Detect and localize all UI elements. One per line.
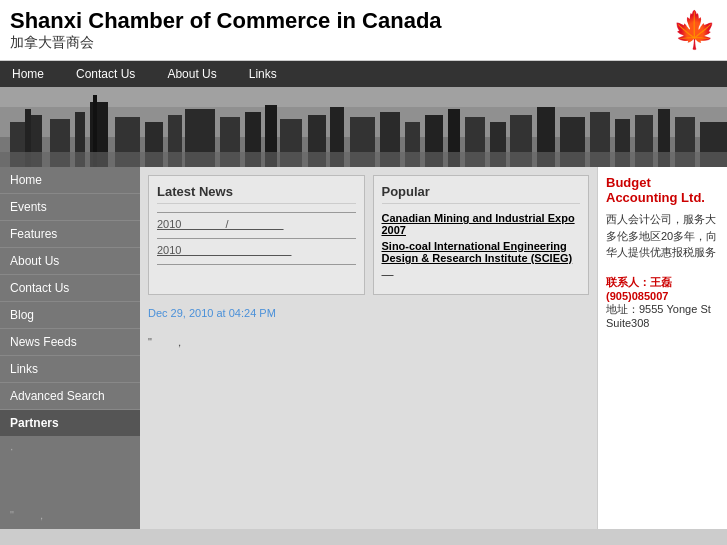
sidebar-quote: " ， xyxy=(0,502,140,529)
quote-area: " ， xyxy=(148,331,589,354)
latest-news-box: Latest News 2010 / 2010 xyxy=(148,175,365,295)
timestamp: Dec 29, 2010 at 04:24 PM xyxy=(148,303,589,323)
sidebar-item-blog[interactable]: Blog xyxy=(0,302,140,329)
sidebar-item-advanced-search[interactable]: Advanced Search xyxy=(0,383,140,410)
sidebar-item-about-us[interactable]: About Us xyxy=(0,248,140,275)
city-banner xyxy=(0,87,727,167)
sidebar-item-news-feeds[interactable]: News Feeds xyxy=(0,329,140,356)
news-link-1[interactable]: 2010 / xyxy=(157,218,284,230)
sidebar-item-contact-us[interactable]: Contact Us xyxy=(0,275,140,302)
nav-links[interactable]: Links xyxy=(243,65,283,83)
popular-link-2[interactable]: Sino-coal International Engineering Desi… xyxy=(382,240,581,264)
popular-dash: — xyxy=(382,268,581,282)
popular-box: Popular Canadian Mining and Industrial E… xyxy=(373,175,590,295)
nav-about-us[interactable]: About Us xyxy=(161,65,222,83)
site-title: Shanxi Chamber of Commerce in Canada xyxy=(10,8,442,34)
ad-contact: 联系人：王磊 (905)085007 xyxy=(606,275,719,302)
maple-leaf-icon: 🍁 xyxy=(672,9,717,51)
popular-link-1[interactable]: Canadian Mining and Industrial Expo 2007 xyxy=(382,212,581,236)
site-title-area: Shanxi Chamber of Commerce in Canada 加拿大… xyxy=(10,8,442,52)
ad-title: Budget Accounting Ltd. xyxy=(606,175,719,205)
skyline-svg xyxy=(0,87,727,167)
sidebar-item-home[interactable]: Home xyxy=(0,167,140,194)
sidebar-item-features[interactable]: Features xyxy=(0,221,140,248)
ad-address: 地址：9555 Yonge St Suite308 xyxy=(606,302,719,329)
nav-contact-us[interactable]: Contact Us xyxy=(70,65,141,83)
news-divider-3 xyxy=(157,264,356,265)
content-area: Latest News 2010 / 2010 Popular Canadian… xyxy=(140,167,597,529)
site-subtitle: 加拿大晋商会 xyxy=(10,34,442,52)
news-link-2[interactable]: 2010 xyxy=(157,244,291,256)
nav-bar: Home Contact Us About Us Links xyxy=(0,61,727,87)
nav-home[interactable]: Home xyxy=(6,65,50,83)
popular-item-1: Canadian Mining and Industrial Expo 2007 xyxy=(382,212,581,236)
news-divider-2 xyxy=(157,238,356,239)
right-sidebar-ad: Budget Accounting Ltd. 西人会计公司，服务大多伦多地区20… xyxy=(597,167,727,529)
page-header: Shanxi Chamber of Commerce in Canada 加拿大… xyxy=(0,0,727,61)
sidebar-item-links[interactable]: Links xyxy=(0,356,140,383)
ad-body: 西人会计公司，服务大多伦多地区20多年，向华人提供优惠报税服务 xyxy=(606,211,719,261)
news-divider xyxy=(157,212,356,213)
quote-text: " ， xyxy=(148,336,185,348)
main-layout: Home Events Features About Us Contact Us… xyxy=(0,167,727,529)
news-item-1: 2010 / xyxy=(157,217,356,232)
popular-title: Popular xyxy=(382,184,581,204)
news-item-2: 2010 xyxy=(157,243,356,258)
sidebar-partners-label: Partners xyxy=(0,410,140,436)
latest-news-title: Latest News xyxy=(157,184,356,204)
svg-rect-36 xyxy=(0,152,727,167)
news-row: Latest News 2010 / 2010 Popular Canadian… xyxy=(148,175,589,295)
popular-item-2: Sino-coal International Engineering Desi… xyxy=(382,240,581,264)
sidebar-item-events[interactable]: Events xyxy=(0,194,140,221)
sidebar: Home Events Features About Us Contact Us… xyxy=(0,167,140,529)
sidebar-partner-dot: · xyxy=(0,436,140,462)
